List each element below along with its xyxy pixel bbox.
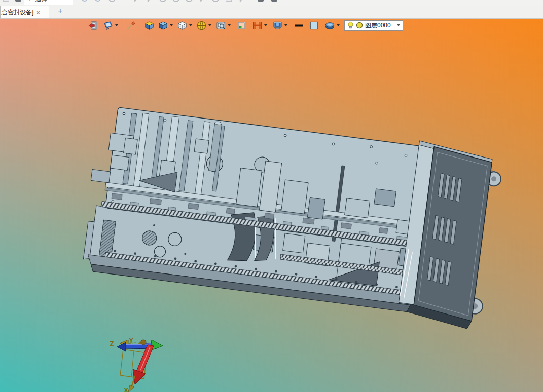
- dropdown-arrow-icon[interactable]: [115, 24, 118, 26]
- undo-icon[interactable]: [80, 0, 89, 3]
- clipped-tool-icon[interactable]: [198, 0, 207, 3]
- pick-crosshair-icon: +: [27, 0, 31, 3]
- axis-x-label: X: [124, 386, 129, 392]
- color-swatch-icon[interactable]: [308, 19, 320, 31]
- view-orientation-icon[interactable]: [102, 19, 119, 31]
- snapshot-icon[interactable]: [236, 19, 247, 31]
- clipped-tool-icon[interactable]: [145, 0, 154, 3]
- redo-icon[interactable]: [93, 0, 102, 3]
- display-monitor-icon[interactable]: [272, 19, 288, 31]
- new-tab-button[interactable]: +: [54, 6, 66, 17]
- exit-render-icon[interactable]: [87, 19, 99, 31]
- zoom-region-icon[interactable]: [215, 19, 231, 31]
- top-toolbar-strip: + 选择: [0, 0, 543, 5]
- bulb-icon: [347, 21, 354, 30]
- dropdown-arrow-icon[interactable]: [170, 24, 173, 26]
- dropdown-arrow-icon[interactable]: [264, 24, 267, 26]
- dropdown-arrow-icon[interactable]: [228, 24, 231, 26]
- axis-y-label: Y: [129, 336, 134, 344]
- dropdown-arrow-icon[interactable]: [284, 24, 287, 26]
- document-tab-title: 压合密封设备]: [0, 8, 33, 17]
- layer-select-label: 图层0000: [365, 21, 391, 30]
- wireframe-cube-icon[interactable]: [176, 19, 193, 31]
- chevron-down-icon[interactable]: [397, 24, 400, 26]
- render-toolbar: 图层0000: [87, 19, 403, 31]
- layer-select[interactable]: 图层0000: [344, 20, 403, 31]
- tab-bar: 压合密封设备] × +: [0, 5, 543, 19]
- clipped-tool-icon[interactable]: [2, 0, 11, 3]
- clipped-tool-icon[interactable]: [185, 0, 194, 3]
- clipped-tool-icon[interactable]: [132, 0, 141, 3]
- dropdown-arrow-icon[interactable]: [208, 24, 211, 26]
- layer-color-icon: [356, 22, 363, 29]
- clipped-tool-icon[interactable]: [270, 0, 279, 3]
- clipped-tool-icon[interactable]: [107, 0, 117, 3]
- brush-icon[interactable]: [125, 19, 137, 31]
- shaded-edges-box-icon[interactable]: [143, 19, 155, 31]
- viewport-canvas[interactable]: Z Y X: [0, 19, 543, 392]
- dropdown-arrow-icon[interactable]: [189, 24, 192, 26]
- viewport-3d[interactable]: Z Y X: [0, 19, 543, 392]
- pick-filter-label: 选择: [35, 0, 48, 4]
- axis-z-label: Z: [110, 340, 114, 348]
- clipped-tool-icon[interactable]: [237, 0, 246, 3]
- pick-filter-select[interactable]: + 选择: [24, 0, 73, 5]
- line-width-icon[interactable]: [293, 19, 305, 31]
- clipped-tool-icon[interactable]: [256, 0, 265, 3]
- clipped-tool-icon[interactable]: [14, 0, 23, 3]
- cad-application-window: + 选择 压合密封设备] × +: [0, 0, 543, 392]
- clipped-tool-icon[interactable]: [224, 0, 233, 3]
- dropdown-arrow-icon[interactable]: [337, 24, 340, 26]
- section-clamp-icon[interactable]: [251, 19, 268, 31]
- clipped-tool-icon[interactable]: [211, 0, 220, 3]
- shaded-cube-icon[interactable]: [157, 19, 173, 31]
- material-disc-icon[interactable]: [324, 19, 340, 31]
- close-icon[interactable]: ×: [36, 9, 40, 16]
- document-tab[interactable]: 压合密封设备] ×: [0, 6, 49, 18]
- segmented-sphere-icon[interactable]: [196, 19, 212, 31]
- clipped-tool-icon[interactable]: [121, 0, 130, 3]
- clipped-tool-icon[interactable]: [158, 0, 167, 3]
- clipped-tool-icon[interactable]: [171, 0, 180, 3]
